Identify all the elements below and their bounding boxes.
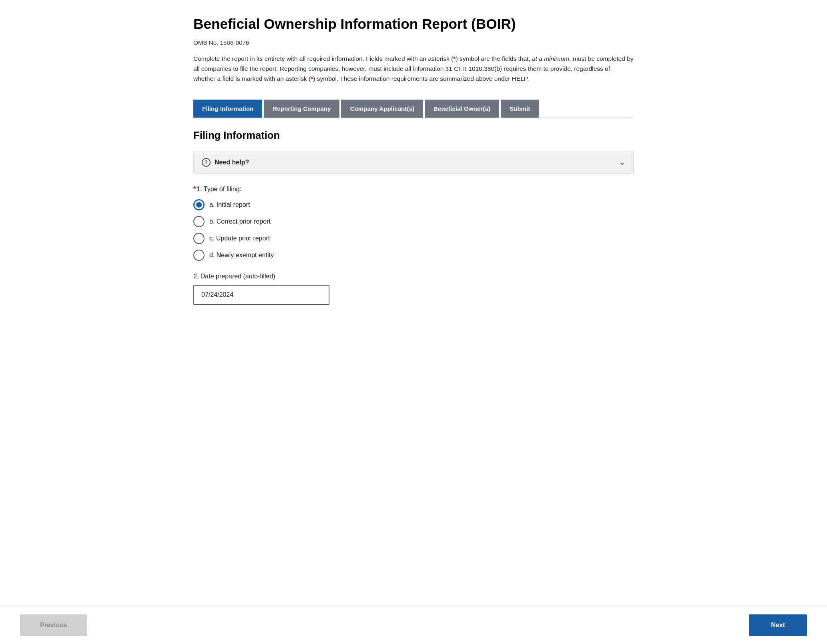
radio-a-label: a. Initial report bbox=[209, 201, 250, 208]
tab-beneficial-owners[interactable]: Beneficial Owner(s) bbox=[425, 100, 499, 118]
filing-type-radio-group: a. Initial report b. Correct prior repor… bbox=[193, 199, 634, 261]
section-title: Filing Information bbox=[193, 130, 634, 141]
tab-submit[interactable]: Submit bbox=[501, 100, 539, 118]
help-panel[interactable]: ? Need help? ⌄ bbox=[193, 151, 634, 174]
help-icon: ? bbox=[202, 158, 211, 167]
radio-d-label: d. Newly exempt entity bbox=[209, 252, 274, 259]
asterisk-1: * bbox=[453, 55, 456, 62]
radio-option-b[interactable]: b. Correct prior report bbox=[193, 216, 634, 227]
question-1-label: * 1. Type of filing: bbox=[193, 186, 634, 193]
question-1-container: * 1. Type of filing: a. Initial report b… bbox=[193, 186, 634, 261]
radio-option-d[interactable]: d. Newly exempt entity bbox=[193, 250, 634, 261]
nav-tabs: Filing Information Reporting Company Com… bbox=[193, 100, 634, 118]
asterisk-2: * bbox=[311, 75, 313, 82]
intro-text: Complete the report in its entirety with… bbox=[193, 54, 634, 84]
help-panel-left: ? Need help? bbox=[202, 158, 249, 167]
date-prepared-input[interactable] bbox=[193, 285, 329, 305]
radio-b-label: b. Correct prior report bbox=[209, 218, 271, 225]
radio-option-c[interactable]: c. Update prior report bbox=[193, 233, 634, 244]
tab-company-applicants[interactable]: Company Applicant(s) bbox=[341, 100, 423, 118]
chevron-down-icon: ⌄ bbox=[619, 158, 625, 167]
question-2-container: 2. Date prepared (auto-filled) bbox=[193, 273, 634, 305]
question-2-label: 2. Date prepared (auto-filled) bbox=[193, 273, 634, 280]
required-asterisk: * bbox=[193, 186, 196, 193]
help-label: Need help? bbox=[215, 159, 249, 166]
radio-a-indicator bbox=[193, 199, 205, 210]
page-title: Beneficial Ownership Information Report … bbox=[193, 16, 634, 32]
radio-b-indicator bbox=[193, 216, 205, 227]
radio-d-indicator bbox=[193, 250, 205, 261]
radio-c-label: c. Update prior report bbox=[209, 235, 270, 242]
radio-option-a[interactable]: a. Initial report bbox=[193, 199, 634, 210]
tab-filing-information[interactable]: Filing Information bbox=[193, 100, 262, 118]
omb-number: OMB No. 1506-0076 bbox=[193, 39, 634, 46]
tab-reporting-company[interactable]: Reporting Company bbox=[264, 100, 339, 118]
section-divider bbox=[193, 118, 634, 118]
radio-c-indicator bbox=[193, 233, 205, 244]
